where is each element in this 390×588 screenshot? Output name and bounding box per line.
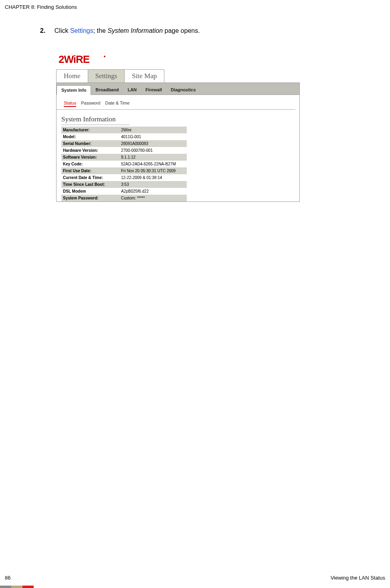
system-info-table: Manufacturer:2Wire Model:4011G-001 Seria… <box>61 127 299 201</box>
row-label: Software Version: <box>61 154 119 161</box>
row-label: Serial Number: <box>61 140 119 147</box>
link-status[interactable]: Status <box>64 101 76 107</box>
settings-panel: System Info Broadband LAN Firewall Diagn… <box>56 83 300 202</box>
row-label: Manufacturer: <box>61 127 119 133</box>
table-row: Serial Number:28091A000083 <box>61 140 299 147</box>
table-row: Software Version:9.1.1.12 <box>61 154 299 161</box>
row-label: First Use Date: <box>61 167 119 174</box>
svg-point-1 <box>104 56 105 57</box>
step-text-pre: Click <box>55 27 70 34</box>
inner-links: Status Password Date & Time <box>57 95 295 110</box>
brand-logo: 2WiRE <box>59 53 300 67</box>
tab-lan[interactable]: LAN <box>123 85 141 95</box>
tab-diagnostics[interactable]: Diagnostics <box>166 85 200 95</box>
table-row: Time Since Last Boot:3:53 <box>61 181 299 188</box>
table-row: System Password:Custom: ***** <box>61 195 299 201</box>
row-value: 4011G-001 <box>119 133 187 140</box>
row-value: Custom: ***** <box>119 195 187 201</box>
tab-system-info[interactable]: System Info <box>57 85 91 95</box>
chapter-header: CHAPTER 8: Finding Solutions <box>5 4 77 10</box>
row-label: DSL Modem <box>61 188 119 195</box>
row-value: 52AD-2AD4-6265-22NA-B27M <box>119 161 187 167</box>
table-row: First Use Date:Fri Nov 20 05:30:31 UTC 2… <box>61 167 299 174</box>
table-row: Key Code:52AD-2AD4-6265-22NA-B27M <box>61 161 299 167</box>
row-value: 2700-000780-001 <box>119 147 187 154</box>
link-password[interactable]: Password <box>81 101 100 107</box>
main-tabs: Home Settings Site Map <box>56 69 300 83</box>
table-row: Current Date & Time:12-22-2009 & 01:38:1… <box>61 174 299 181</box>
page-number: 86 <box>5 575 10 581</box>
svg-text:2WiRE: 2WiRE <box>59 53 90 65</box>
row-label: System Password: <box>61 195 119 201</box>
table-row: Hardware Version:2700-000780-001 <box>61 147 299 154</box>
row-label: Model: <box>61 133 119 140</box>
row-value: A2pB025f6.d22 <box>119 188 187 195</box>
tab-settings[interactable]: Settings <box>88 69 125 83</box>
row-value: 28091A000083 <box>119 140 187 147</box>
tab-firewall[interactable]: Firewall <box>141 85 166 95</box>
secondary-tabs: System Info Broadband LAN Firewall Diagn… <box>57 83 299 95</box>
step-text-mid: ; the <box>93 27 108 34</box>
settings-link[interactable]: Settings <box>70 27 93 34</box>
screenshot-panel: 2WiRE Home Settings Site Map System Info… <box>56 50 300 202</box>
step-text-post: page opens. <box>163 27 200 34</box>
table-row: Model:4011G-001 <box>61 133 299 140</box>
row-value: 2Wire <box>119 127 187 133</box>
twowire-logo-icon: 2WiRE <box>59 53 107 65</box>
tab-home[interactable]: Home <box>56 69 88 83</box>
link-date-time[interactable]: Date & Time <box>105 101 129 107</box>
tab-broadband[interactable]: Broadband <box>91 85 123 95</box>
table-row: DSL ModemA2pB025f6.d22 <box>61 188 299 195</box>
table-row: Manufacturer:2Wire <box>61 127 299 133</box>
footer-color-bar <box>0 586 34 588</box>
row-value: 12-22-2009 & 01:38:14 <box>119 174 187 181</box>
row-label: Hardware Version: <box>61 147 119 154</box>
row-value: 9.1.1.12 <box>119 154 187 161</box>
section-title: System Information <box>61 115 129 125</box>
row-label: Time Since Last Boot: <box>61 181 119 188</box>
row-label: Key Code: <box>61 161 119 167</box>
step-number: 2. <box>40 27 45 34</box>
step-text-italic: System Information <box>107 27 163 34</box>
row-value: 3:53 <box>119 181 187 188</box>
row-label: Current Date & Time: <box>61 174 119 181</box>
tab-sitemap[interactable]: Site Map <box>124 69 164 83</box>
row-value: Fri Nov 20 05:30:31 UTC 2009 <box>119 167 187 174</box>
step-line: 2. Click Settings; the System Informatio… <box>40 27 200 34</box>
footer-section-title: Viewing the LAN Status <box>331 575 385 581</box>
